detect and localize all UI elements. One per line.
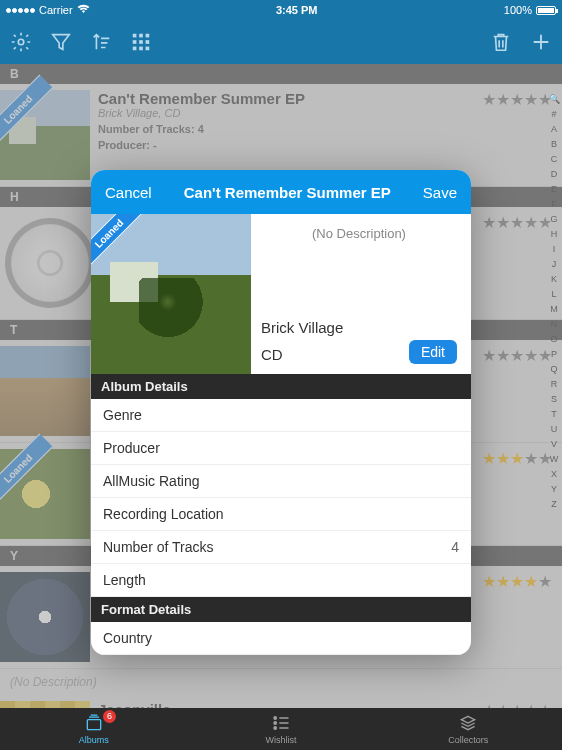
- format-label: CD: [261, 346, 409, 363]
- tab-label: Collectors: [448, 735, 488, 745]
- index-letter[interactable]: F: [551, 197, 557, 212]
- index-letter[interactable]: U: [551, 422, 558, 437]
- svg-point-0: [18, 39, 24, 45]
- funnel-icon[interactable]: [50, 31, 72, 53]
- index-letter[interactable]: E: [551, 182, 557, 197]
- sort-icon[interactable]: [90, 31, 112, 53]
- album-detail-modal: Cancel Can't Remember Summer EP Save Loa…: [91, 170, 471, 655]
- detail-label: Producer: [103, 440, 160, 456]
- index-letter[interactable]: T: [551, 407, 557, 422]
- detail-row[interactable]: Length: [91, 564, 471, 597]
- detail-row[interactable]: AllMusic Rating: [91, 465, 471, 498]
- modal-title: Can't Remember Summer EP: [152, 184, 423, 201]
- index-letter[interactable]: A: [551, 122, 557, 137]
- index-letter[interactable]: H: [551, 227, 558, 242]
- svg-rect-4: [133, 40, 137, 44]
- detail-label: Country: [103, 630, 152, 646]
- toolbar: [0, 20, 562, 64]
- grid-icon[interactable]: [130, 31, 152, 53]
- tab-albums[interactable]: Albums6: [0, 708, 187, 750]
- index-letter[interactable]: L: [551, 287, 556, 302]
- index-letter[interactable]: R: [551, 377, 558, 392]
- index-letter[interactable]: Q: [550, 362, 557, 377]
- trash-icon[interactable]: [490, 31, 512, 53]
- carrier-label: Carrier: [39, 4, 73, 16]
- clock: 3:45 PM: [90, 4, 504, 16]
- svg-rect-8: [139, 47, 143, 51]
- index-letter[interactable]: Z: [551, 497, 557, 512]
- index-letter[interactable]: J: [552, 257, 557, 272]
- wishlist-icon: [271, 714, 291, 734]
- index-letter[interactable]: M: [550, 302, 558, 317]
- description: (No Description): [261, 226, 457, 241]
- tab-badge: 6: [103, 710, 116, 723]
- plus-icon[interactable]: [530, 31, 552, 53]
- svg-rect-3: [146, 34, 150, 38]
- detail-value: 4: [451, 539, 459, 555]
- save-button[interactable]: Save: [423, 184, 457, 201]
- modal-summary: Loaned (No Description) Brick Village CD…: [91, 214, 471, 374]
- tab-label: Albums: [79, 735, 109, 745]
- svg-rect-9: [146, 47, 150, 51]
- modal-header: Cancel Can't Remember Summer EP Save: [91, 170, 471, 214]
- detail-row[interactable]: Genre: [91, 399, 471, 432]
- svg-rect-2: [139, 34, 143, 38]
- svg-rect-10: [87, 719, 100, 729]
- wifi-icon: [77, 4, 90, 16]
- svg-rect-7: [133, 47, 137, 51]
- index-letter[interactable]: Y: [551, 482, 557, 497]
- index-letter[interactable]: G: [550, 212, 557, 227]
- edit-button[interactable]: Edit: [409, 340, 457, 364]
- album-details-header: Album Details: [91, 374, 471, 399]
- detail-row[interactable]: Producer: [91, 432, 471, 465]
- detail-row[interactable]: Country: [91, 622, 471, 655]
- signal-icon: [6, 8, 35, 13]
- albums-icon: [84, 714, 104, 734]
- index-letter[interactable]: C: [551, 152, 558, 167]
- detail-label: Genre: [103, 407, 142, 423]
- index-letter[interactable]: I: [553, 242, 556, 257]
- collectors-icon: [458, 714, 478, 734]
- battery-icon: [536, 6, 556, 15]
- index-letter[interactable]: D: [551, 167, 558, 182]
- battery-percent: 100%: [504, 4, 532, 16]
- detail-label: Recording Location: [103, 506, 224, 522]
- tab-collectors[interactable]: Collectors: [375, 708, 562, 750]
- detail-label: Number of Tracks: [103, 539, 213, 555]
- index-letter[interactable]: N: [551, 317, 558, 332]
- index-strip[interactable]: 🔍#ABCDEFGHIJKLMNOPQRSTUVWXYZ: [547, 92, 561, 698]
- index-letter[interactable]: K: [551, 272, 557, 287]
- album-art[interactable]: Loaned: [91, 214, 251, 374]
- index-letter[interactable]: V: [551, 437, 557, 452]
- index-letter[interactable]: S: [551, 392, 557, 407]
- tab-bar: Albums6WishlistCollectors: [0, 708, 562, 750]
- artist-name: Brick Village: [261, 319, 457, 336]
- gear-icon[interactable]: [10, 31, 32, 53]
- svg-point-12: [274, 721, 277, 724]
- detail-label: Length: [103, 572, 146, 588]
- svg-rect-5: [139, 40, 143, 44]
- index-letter[interactable]: #: [551, 107, 556, 122]
- svg-rect-6: [146, 40, 150, 44]
- svg-point-13: [274, 726, 277, 729]
- index-letter[interactable]: B: [551, 137, 557, 152]
- loaned-ribbon: Loaned: [91, 214, 144, 269]
- tab-label: Wishlist: [265, 735, 296, 745]
- index-letter[interactable]: W: [550, 452, 559, 467]
- detail-label: AllMusic Rating: [103, 473, 199, 489]
- format-details-header: Format Details: [91, 597, 471, 622]
- svg-rect-1: [133, 34, 137, 38]
- detail-row[interactable]: Number of Tracks4: [91, 531, 471, 564]
- index-letter[interactable]: P: [551, 347, 557, 362]
- index-letter[interactable]: X: [551, 467, 557, 482]
- tab-wishlist[interactable]: Wishlist: [187, 708, 374, 750]
- detail-row[interactable]: Recording Location: [91, 498, 471, 531]
- svg-point-11: [274, 716, 277, 719]
- index-letter[interactable]: O: [550, 332, 557, 347]
- cancel-button[interactable]: Cancel: [105, 184, 152, 201]
- status-bar: Carrier 3:45 PM 100%: [0, 0, 562, 20]
- index-letter[interactable]: 🔍: [549, 92, 560, 107]
